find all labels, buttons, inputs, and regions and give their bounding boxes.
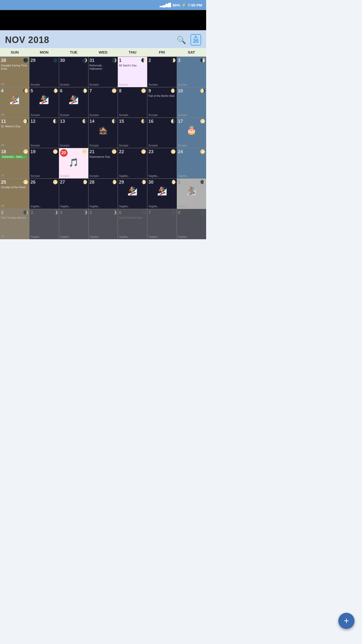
moon-phase-icon: 🌒 xyxy=(23,210,28,215)
day-number: 13 xyxy=(60,119,65,124)
day-cell-3-week1[interactable]: 3🌓Scorpio xyxy=(177,57,206,87)
moon-phase-icon: 🌗 xyxy=(171,119,176,124)
day-cell-10-week2[interactable]: 10🌖Scorpio xyxy=(177,87,206,117)
day-cell-5-week6[interactable]: 5🌒Sagitta... xyxy=(88,209,118,239)
day-cell-4-week6[interactable]: 4🌒Sagitta... xyxy=(59,209,88,239)
day-cell-25-week5[interactable]: 25🌕Sunday of the Dead48 xyxy=(0,179,29,209)
day-cell-19-week4[interactable]: 19🌕Scorpio xyxy=(29,148,59,178)
day-cell-1-week1[interactable]: 1🌓All Saint's DayScorpio xyxy=(118,57,147,87)
day-number: 5 xyxy=(89,210,92,216)
zodiac-label: Sagitta... xyxy=(178,174,189,177)
signal-icon: ▂▄▆█ xyxy=(160,3,171,7)
day-number: 8 xyxy=(178,210,180,216)
day-cell-16-week3[interactable]: 16🌗Scorpio xyxy=(147,118,176,148)
day-number: 27 xyxy=(60,180,65,185)
zodiac-label: Scorpio xyxy=(60,174,69,177)
day-cell-2-week1[interactable]: 2🌓Scorpio xyxy=(147,57,176,87)
moon-phase-icon: 🌑 xyxy=(53,58,58,63)
day-number: 26 xyxy=(30,180,35,185)
day-cell-12-week3[interactable]: 12🌗Scorpio xyxy=(29,118,59,148)
day-cell-8-week6[interactable]: 8🌑Sagitta... xyxy=(177,209,206,239)
day-cell-30-week1[interactable]: 30🌒Scorpio xyxy=(59,57,88,87)
day-cell-20-week4[interactable]: 20🌕🎵Scorpio xyxy=(59,148,88,178)
moon-phase-icon: 🌕 xyxy=(112,149,117,154)
day-cell-7-week2[interactable]: 7🌕Scorpio xyxy=(88,87,118,117)
day-number: 4 xyxy=(60,210,63,216)
day-cell-8-week2[interactable]: 8🌕Scorpio xyxy=(118,87,147,117)
event-badge: Gartenarb... National... xyxy=(1,155,27,158)
event-label: Fall of the Berlin Wall xyxy=(148,94,174,98)
moon-phase-icon: 🌒 xyxy=(82,58,87,63)
zodiac-label: Sagitta... xyxy=(119,174,130,177)
day-cell-28-week5[interactable]: 28🌔Sagitta... xyxy=(88,179,118,209)
moon-phase-icon: 🌗 xyxy=(141,119,146,124)
day-number: 22 xyxy=(119,149,124,155)
zodiac-label: Sagitta... xyxy=(60,205,71,208)
zodiac-label: Scorpio xyxy=(119,83,128,86)
day-number: 28 xyxy=(1,58,6,63)
day-cell-5-week2[interactable]: 5🌔🏂Scorpio xyxy=(29,87,59,117)
zodiac-label: Scorpio xyxy=(148,83,158,86)
moon-phase-icon: 🌗 xyxy=(53,119,58,124)
day-number: 4 xyxy=(1,88,4,94)
day-cell-29-week5[interactable]: 29🌔🏂Sagitta... xyxy=(118,179,147,209)
today-button[interactable]: ▦ 20 xyxy=(191,34,201,46)
week-number: 47 xyxy=(1,174,4,177)
search-icon[interactable]: 🔍 xyxy=(177,35,186,44)
day-cell-30-week5[interactable]: 30🌔🏂Sagitta... xyxy=(147,179,176,209)
day-cell-18-week4[interactable]: 18🌕Gartenarb... National...47 xyxy=(0,148,29,178)
zodiac-label: Scorpio xyxy=(60,83,69,86)
day-cell-22-week4[interactable]: 22🌕Sagitta... xyxy=(118,148,147,178)
zodiac-label: Scorpio xyxy=(178,83,187,86)
day-number: 7 xyxy=(148,210,151,216)
day-cell-31-week1[interactable]: 31🌒Reformati... HalloweenScorpio xyxy=(88,57,118,87)
moon-phase-icon: 🌒 xyxy=(53,210,58,215)
moon-phase-icon: 🌕 xyxy=(23,149,28,154)
moon-phase-icon: 🌑 xyxy=(171,210,176,215)
moon-phase-icon: 🌑 xyxy=(23,58,28,63)
day-cell-28-week1[interactable]: 28🌑Daylight Saving Time Ends44 xyxy=(0,57,29,87)
day-cell-24-week4[interactable]: 24🌕Sagitta... xyxy=(177,148,206,178)
day-header-fri: FRI xyxy=(147,48,177,56)
day-headers-row: SUNMONTUEWEDTHUFRISAT xyxy=(0,48,206,57)
day-number: 2 xyxy=(1,210,4,216)
moon-phase-icon: 🌔 xyxy=(53,88,58,93)
day-cell-3-week6[interactable]: 3🌒Sagitta... xyxy=(29,209,59,239)
day-cell-26-week5[interactable]: 26🌕Sagitta... xyxy=(29,179,59,209)
day-cell-13-week3[interactable]: 13🌗Scorpio xyxy=(59,118,88,148)
day-cell-29-week1[interactable]: 29🌑Scorpio xyxy=(29,57,59,87)
event-emoji: 🏂 xyxy=(148,186,175,196)
day-cell-21-week4[interactable]: 21🌕Repentance DayScorpio xyxy=(88,148,118,178)
today-number: 20 xyxy=(193,38,199,44)
day-cell-15-week3[interactable]: 15🌗Scorpio xyxy=(118,118,147,148)
day-cell-1-week5[interactable]: 1🌒🏂Sagitta... xyxy=(177,179,206,209)
day-cell-17-week3[interactable]: 17🌕🎂Scorpio xyxy=(177,118,206,148)
day-number: 6 xyxy=(60,88,63,94)
day-number: 5 xyxy=(30,88,33,94)
day-cell-14-week3[interactable]: 14🌗🏚️Scorpio xyxy=(88,118,118,148)
day-cell-6-week2[interactable]: 6🌔🏂Scorpio xyxy=(59,87,88,117)
calendar-title: NOV 2018 xyxy=(5,35,49,45)
day-cell-27-week5[interactable]: 27🌔Sagitta... xyxy=(59,179,88,209)
day-number: 7 xyxy=(89,88,92,94)
zodiac-label: Scorpio xyxy=(119,144,128,147)
day-cell-2-week6[interactable]: 2🌒First Sunday Advent49 xyxy=(0,209,29,239)
day-cell-23-week4[interactable]: 23🌕Sagitta... xyxy=(147,148,176,178)
day-cell-4-week2[interactable]: 4🌔🏂45 xyxy=(0,87,29,117)
zodiac-label: Scorpio xyxy=(30,174,40,177)
zodiac-label: Sagitta... xyxy=(148,174,159,177)
day-cell-7-week6[interactable]: 7🌑Sagitta... xyxy=(147,209,176,239)
day-header-tue: TUE xyxy=(59,48,88,56)
event-label: St. Martin's Day xyxy=(1,125,20,128)
event-emoji: 🏂 xyxy=(60,95,87,104)
day-number: 24 xyxy=(178,149,183,155)
zodiac-label: Scorpio xyxy=(89,83,99,86)
moon-phase-icon: 🌗 xyxy=(112,119,117,124)
day-cell-6-week6[interactable]: 6🌑Saint Nicholas DaySagitta... xyxy=(118,209,147,239)
day-cell-9-week2[interactable]: 9🌖Fall of the Berlin WallScorpio xyxy=(147,87,176,117)
zodiac-label: Sagitta... xyxy=(30,235,41,238)
moon-phase-icon: 🌖 xyxy=(171,88,176,93)
moon-phase-icon: 🌔 xyxy=(141,180,146,184)
day-header-sun: SUN xyxy=(0,48,29,56)
day-cell-11-week3[interactable]: 11🌖St. Martin's Day46 xyxy=(0,118,29,148)
